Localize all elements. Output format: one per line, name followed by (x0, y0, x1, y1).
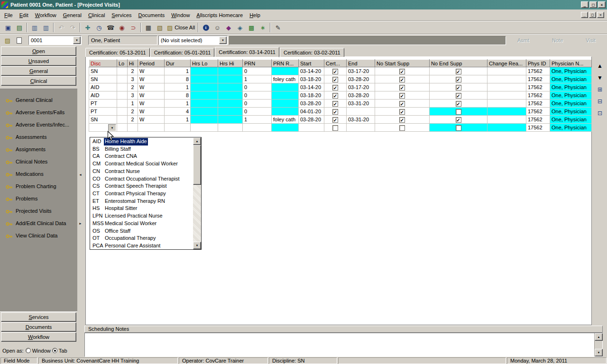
cell-no_end[interactable]: ✓ (430, 91, 487, 100)
window-close-button[interactable]: ✕ (598, 1, 606, 8)
cell-no_start[interactable]: ✓ (375, 100, 430, 108)
copy-visit-icon-button[interactable]: ▥ (29, 22, 40, 33)
cell-period[interactable]: W (138, 67, 165, 75)
cell-hrs_hi[interactable] (218, 100, 243, 108)
cell-physician[interactable]: One, Physician (550, 100, 592, 108)
menu-item-allscripts-homecare[interactable]: Allscripts Homecare (193, 10, 246, 20)
column-header-dur[interactable]: Dur (165, 60, 191, 67)
column-header-no_start[interactable]: No Start Supp (375, 60, 430, 67)
cell-prn_r[interactable] (272, 83, 299, 91)
column-header-prn[interactable]: PRN (243, 60, 272, 67)
cell-phys_id[interactable]: 17562 (526, 75, 550, 83)
sidebar-item-projected-visits[interactable]: Projected Visits (0, 205, 77, 217)
info-icon-button[interactable]: i (200, 22, 212, 33)
magnet-icon-button[interactable]: ⊃ (128, 22, 139, 33)
cell-dur[interactable] (165, 124, 191, 132)
cell-period[interactable]: W (138, 108, 165, 116)
dropdown-item-co[interactable]: COContract Occupational Therapist (91, 175, 193, 183)
notes-scrollbar[interactable]: ▲ ▼ (594, 333, 602, 356)
cell-no_end[interactable]: ✓ (430, 75, 487, 83)
folder-icon-button[interactable]: ▧ (154, 22, 166, 33)
cell-prn[interactable]: 0 (243, 108, 272, 116)
cell-disc[interactable]: SN (89, 67, 117, 75)
notes-scroll-down-button[interactable]: ▼ (595, 349, 603, 356)
cell-phys_id[interactable]: 17562 (526, 108, 550, 116)
cell-prn[interactable]: 1 (243, 75, 272, 83)
patient-id-dropdown-arrow[interactable]: ▼ (73, 36, 81, 44)
note-button[interactable]: Note (552, 37, 563, 43)
menu-item-workflow[interactable]: Workflow (32, 10, 60, 20)
cell-no_start[interactable]: ✓ (375, 75, 430, 83)
dropdown-item-cm[interactable]: CMContract Medical Social Worker (91, 160, 193, 168)
cell-phys_id[interactable]: 17562 (526, 100, 550, 108)
column-header-no_end[interactable]: No End Supp (430, 60, 487, 67)
cell-change_rea[interactable] (487, 116, 526, 124)
no_end-checkbox-checked[interactable]: ✓ (456, 101, 461, 107)
cell-period[interactable]: W (138, 91, 165, 100)
cell-end[interactable]: 03-17-20 (347, 67, 375, 75)
cell-cert[interactable]: ✓ (324, 83, 347, 91)
no_start-checkbox-checked[interactable]: ✓ (399, 69, 405, 74)
cell-end[interactable]: 03-31-20 (347, 100, 375, 108)
cell-no_end[interactable]: ✓ (430, 116, 487, 124)
redo-icon-button[interactable]: ↷ (67, 22, 78, 33)
cert-checkbox-checked[interactable]: ✓ (332, 69, 338, 74)
visit-selector-combo[interactable]: (No visit selected) ▼ (158, 36, 228, 45)
sidebar-item-problems[interactable]: Problems (0, 192, 77, 205)
cell-hrs_lo[interactable] (191, 75, 218, 83)
sidebar-item-assessments[interactable]: Assessments (0, 131, 77, 143)
dropdown-item-ct[interactable]: CTContract Physical Therapy (91, 190, 193, 198)
cell-lo[interactable] (117, 108, 128, 116)
cell-physician[interactable]: One, Physician (550, 83, 592, 91)
diamond-icon-button[interactable]: ◈ (234, 22, 246, 33)
cell-start[interactable]: 03-14-20 (299, 67, 324, 75)
no_end-checkbox-unchecked[interactable] (456, 109, 461, 115)
cell-hrs_hi[interactable] (218, 108, 243, 116)
cell-hrs_hi[interactable] (218, 75, 243, 83)
column-header-start[interactable]: Start (299, 60, 324, 67)
cell-period[interactable]: W (138, 83, 165, 91)
cell-lo[interactable] (117, 83, 128, 91)
asmt-button[interactable]: Asmt (517, 37, 529, 43)
sidebar-section-clinical[interactable]: Clinical (1, 76, 76, 86)
cell-prn_r[interactable] (272, 100, 299, 108)
no_start-checkbox-unchecked[interactable] (399, 125, 405, 131)
cell-cert[interactable]: ✓ (324, 100, 347, 108)
cert-checkbox-checked[interactable]: ✓ (332, 101, 338, 107)
cell-physician[interactable]: One, Physician (550, 67, 592, 75)
cell-change_rea[interactable] (487, 67, 526, 75)
sidebar-item-general-clinical[interactable]: General Clinical (0, 94, 77, 106)
dropdown-item-ot[interactable]: OTOccupational Therapy (91, 235, 193, 242)
scheduling-notes-textarea[interactable]: ▲ ▼ (84, 333, 603, 357)
no_start-checkbox-checked[interactable]: ✓ (399, 109, 405, 115)
columns-icon-button[interactable]: ▦ (143, 22, 154, 33)
cell-change_rea[interactable] (487, 75, 526, 83)
signature-icon-button[interactable]: ✎ (272, 22, 284, 33)
insert-row-icon-button[interactable]: ⊞ (595, 84, 605, 95)
no_start-checkbox-checked[interactable]: ✓ (399, 85, 405, 91)
cell-lo[interactable] (117, 75, 128, 83)
dropdown-item-os[interactable]: OSOffice Staff (91, 228, 193, 235)
cert-checkbox-checked[interactable]: ✓ (332, 85, 338, 91)
cell-disc[interactable]: PT (89, 100, 117, 108)
cell-prn_r[interactable]: foley cath (272, 75, 299, 83)
cell-disc[interactable]: SN (89, 116, 117, 124)
mdi-minimize-button[interactable]: _ (581, 12, 588, 18)
sidebar-item-medications[interactable]: Medications (0, 168, 77, 180)
sidebar-item-add-edit-clinical-data[interactable]: Add/Edit Clinical Data (0, 217, 77, 229)
window-minimize-button[interactable]: _ (581, 1, 589, 8)
cell-end[interactable] (347, 124, 375, 132)
phone-icon-button[interactable]: ☎ (105, 22, 116, 33)
cell-dur[interactable]: 8 (165, 75, 191, 83)
cell-period[interactable]: W (138, 100, 165, 108)
sidebar-item-assignments[interactable]: Assignments (0, 143, 77, 155)
dropdown-item-cn[interactable]: CNContract Nurse (91, 168, 193, 175)
dropdown-item-mss[interactable]: MSSMedical Social Worker (91, 220, 193, 228)
no_end-checkbox-checked[interactable]: ✓ (456, 69, 461, 74)
cell-dur[interactable]: 1 (165, 83, 191, 91)
open-as-radio-window[interactable] (26, 348, 31, 353)
column-header-physician[interactable]: Physician N... (550, 60, 592, 67)
cell-hi[interactable]: 3 (128, 91, 138, 100)
menu-item-file[interactable]: File (1, 10, 16, 20)
cell-end[interactable]: 03-28-20 (347, 91, 375, 100)
